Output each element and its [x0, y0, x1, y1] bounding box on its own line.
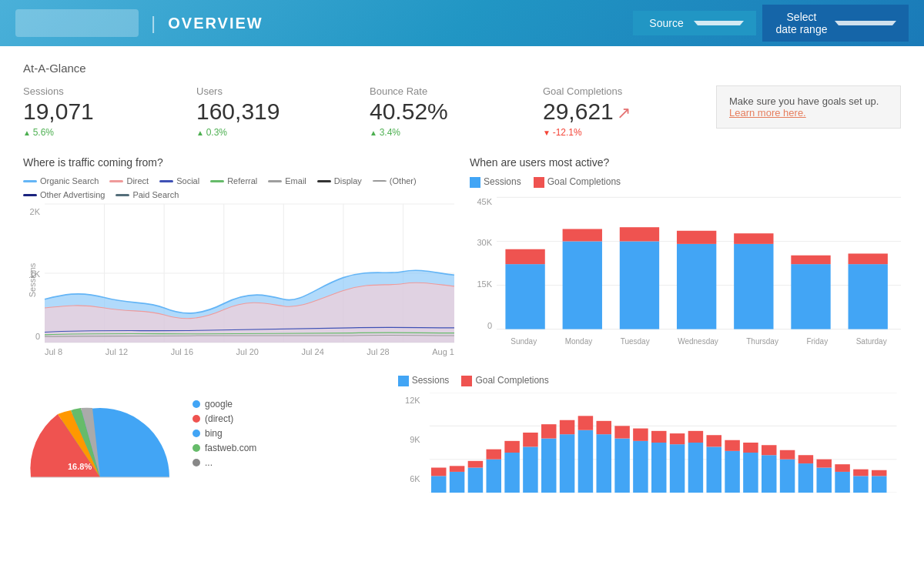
- pie-legend-bing: bing: [192, 428, 256, 439]
- users-change: 0.3%: [196, 127, 346, 138]
- svg-rect-49: [578, 430, 593, 493]
- goal-arrow-icon: ↗: [617, 103, 631, 123]
- pie-legend: google (direct) bing fastweb.com ...: [192, 399, 256, 472]
- legend-referral: Referral: [210, 176, 257, 186]
- svg-rect-60: [670, 433, 685, 444]
- source-dropdown[interactable]: Source: [633, 11, 756, 35]
- svg-rect-40: [486, 449, 501, 459]
- svg-text:16.8%: 16.8%: [68, 462, 92, 471]
- svg-rect-13: [505, 264, 544, 329]
- traffic-line-chart: [45, 204, 454, 343]
- hourly-bar-chart: [425, 393, 901, 493]
- legend-paid: Paid Search: [116, 190, 179, 199]
- legend-other: (Other): [373, 176, 417, 186]
- svg-rect-70: [762, 445, 777, 455]
- metric-bounce-rate: Bounce Rate 40.52% 3.4%: [370, 85, 520, 138]
- goal-arrow-down: [543, 127, 553, 138]
- date-range-dropdown[interactable]: Select date range: [762, 5, 909, 42]
- svg-rect-73: [798, 463, 813, 493]
- legend-other-adv: Other Advertising: [23, 190, 105, 199]
- active-legend: Sessions Goal Completions: [470, 176, 901, 188]
- active-users-chart-panel: When are users most active? Sessions Goa…: [470, 156, 901, 356]
- pie-chart: 16.8%: [23, 385, 177, 485]
- svg-rect-68: [743, 443, 758, 453]
- traffic-legend: Organic Search Direct Social Referral Em…: [23, 176, 454, 199]
- legend-display: Display: [317, 176, 362, 186]
- svg-rect-17: [620, 241, 659, 329]
- svg-rect-66: [725, 440, 740, 451]
- svg-rect-69: [762, 455, 777, 493]
- traffic-chart-panel: Where is traffic coming from? Organic Se…: [23, 156, 454, 356]
- charts-row: Where is traffic coming from? Organic Se…: [23, 156, 901, 356]
- pie-legend-other: ...: [192, 457, 256, 468]
- legend-organic: Organic Search: [23, 176, 99, 186]
- pie-legend-fastweb: fastweb.com: [192, 443, 256, 453]
- metric-sessions: Sessions 19,071 5.6%: [23, 85, 173, 138]
- at-a-glance-title: At-A-Glance: [23, 62, 901, 75]
- svg-rect-44: [523, 433, 538, 446]
- svg-rect-41: [504, 453, 520, 493]
- svg-rect-51: [596, 434, 611, 493]
- active-chart-title: When are users most active?: [470, 156, 901, 169]
- goal-note: Make sure you have goals set up. Learn m…: [716, 85, 901, 129]
- svg-rect-61: [688, 443, 703, 493]
- svg-rect-64: [706, 435, 721, 446]
- header-divider: |: [151, 12, 156, 34]
- metrics-row: Sessions 19,071 5.6% Users 160,319 0.3% …: [23, 85, 901, 138]
- svg-rect-79: [853, 476, 869, 493]
- bounce-rate-label: Bounce Rate: [370, 85, 520, 97]
- svg-rect-75: [816, 467, 831, 493]
- svg-rect-45: [541, 438, 557, 492]
- svg-rect-16: [563, 229, 602, 241]
- svg-rect-20: [677, 231, 716, 244]
- svg-rect-53: [614, 438, 629, 492]
- svg-rect-58: [651, 431, 667, 443]
- at-a-glance-section: At-A-Glance Sessions 19,071 5.6% Users 1…: [23, 62, 901, 138]
- svg-rect-52: [596, 421, 611, 434]
- main-content: At-A-Glance Sessions 19,071 5.6% Users 1…: [0, 46, 924, 511]
- svg-rect-36: [450, 466, 465, 472]
- svg-rect-81: [872, 476, 887, 493]
- pie-legend-direct: (direct): [192, 413, 256, 424]
- svg-rect-72: [780, 450, 795, 460]
- svg-rect-23: [791, 264, 830, 329]
- bounce-rate-change: 3.4%: [370, 127, 520, 138]
- bottom-row: 16.8% google (direct) bing: [23, 375, 901, 496]
- svg-rect-56: [633, 428, 648, 440]
- svg-rect-46: [541, 424, 557, 438]
- hourly-legend: Sessions Goal Completions: [398, 375, 901, 386]
- page-title: OVERVIEW: [168, 15, 627, 32]
- goal-learn-more-link[interactable]: Learn more here.: [729, 107, 806, 119]
- svg-rect-67: [743, 453, 758, 493]
- source-dropdown-arrow: [694, 21, 744, 25]
- svg-rect-63: [706, 446, 721, 493]
- svg-rect-77: [835, 472, 850, 493]
- logo: [15, 9, 139, 37]
- header: | OVERVIEW Source Select date range: [0, 0, 924, 46]
- goal-completions-value: 29,621: [543, 99, 614, 125]
- svg-rect-35: [450, 472, 465, 493]
- bounce-arrow-up: [370, 127, 380, 138]
- metric-users: Users 160,319 0.3%: [196, 85, 346, 138]
- legend-email: Email: [268, 176, 306, 186]
- hourly-legend-sessions: Sessions: [398, 375, 450, 386]
- bounce-rate-value: 40.52%: [370, 99, 520, 125]
- svg-rect-34: [431, 467, 447, 476]
- legend-sessions: Sessions: [470, 176, 521, 188]
- users-value: 160,319: [196, 99, 346, 125]
- svg-rect-43: [523, 446, 538, 493]
- svg-rect-33: [431, 476, 447, 493]
- sessions-value: 19,071: [23, 99, 173, 125]
- svg-rect-65: [725, 451, 740, 493]
- date-dropdown-arrow: [835, 21, 896, 25]
- svg-rect-48: [560, 420, 575, 434]
- svg-rect-78: [835, 464, 850, 472]
- svg-rect-42: [504, 441, 520, 453]
- svg-rect-26: [849, 253, 888, 264]
- sessions-label: Sessions: [23, 85, 173, 97]
- pie-chart-panel: 16.8% google (direct) bing: [23, 375, 383, 496]
- pie-legend-google: google: [192, 399, 256, 410]
- hourly-legend-goals: Goal Completions: [461, 375, 548, 386]
- svg-rect-18: [620, 227, 659, 241]
- svg-rect-47: [560, 434, 575, 493]
